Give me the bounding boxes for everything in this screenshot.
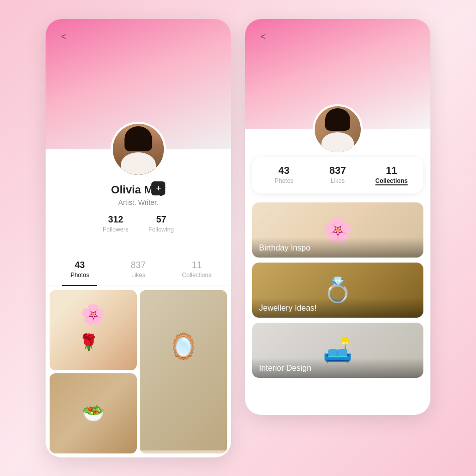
add-button[interactable]: + bbox=[151, 181, 165, 195]
collections-count: 11 bbox=[170, 260, 223, 271]
photo-flowers-bg bbox=[50, 290, 137, 370]
avatar-hair bbox=[125, 126, 152, 151]
followers-label: Followers bbox=[103, 226, 128, 233]
photo-food-bg bbox=[50, 373, 137, 453]
right-likes-label: Likes bbox=[311, 177, 364, 184]
back-button[interactable]: < bbox=[56, 29, 72, 45]
photo-cell-flowers[interactable] bbox=[50, 290, 137, 370]
collection-overlay-1: Birthday Inspo bbox=[252, 237, 423, 258]
photos-count: 43 bbox=[54, 260, 106, 271]
left-profile-card: < Olivia May + Artist. Writer. 312 Follo… bbox=[46, 19, 231, 457]
right-header-banner: < bbox=[245, 19, 430, 129]
collection-name-2: Jewellery Ideas! bbox=[259, 304, 416, 313]
profile-bio: Artist. Writer. bbox=[56, 198, 221, 206]
profile-header-banner: < bbox=[46, 19, 231, 149]
collections-label: Collections bbox=[170, 272, 223, 279]
name-row: Olivia May + bbox=[111, 183, 166, 198]
collection-interior-design[interactable]: 🛋️ Interior Design bbox=[252, 323, 423, 378]
right-avatar-container bbox=[313, 104, 363, 154]
right-likes-count: 837 bbox=[311, 165, 364, 176]
right-back-button[interactable]: < bbox=[255, 29, 271, 45]
collections-list: 🌸 Birthday Inspo 💍 Jewellery Ideas! 🛋️ I… bbox=[245, 198, 430, 382]
avatar-container bbox=[111, 122, 166, 177]
avatar bbox=[111, 122, 166, 177]
screens-container: < Olivia May + Artist. Writer. 312 Follo… bbox=[36, 9, 440, 467]
collection-name-1: Birthday Inspo bbox=[259, 244, 416, 253]
likes-label: Likes bbox=[112, 272, 165, 279]
avatar-face bbox=[113, 124, 164, 175]
collection-birthday-inspo[interactable]: 🌸 Birthday Inspo bbox=[252, 202, 423, 258]
right-likes-stat: 837 Likes bbox=[311, 165, 364, 185]
right-avatar bbox=[313, 104, 363, 154]
collection-overlay-2: Jewellery Ideas! bbox=[252, 298, 423, 318]
right-collections-count: 11 bbox=[365, 165, 418, 176]
right-collections-stat: 11 Collections bbox=[365, 165, 418, 185]
collection-overlay-3: Interior Design bbox=[252, 358, 423, 378]
photos-label: Photos bbox=[54, 272, 106, 279]
tab-photos[interactable]: 43 Photos bbox=[51, 253, 109, 286]
following-stat: 57 Following bbox=[148, 214, 174, 233]
right-collections-label: Collections bbox=[365, 177, 418, 184]
photo-mirror-bg bbox=[140, 290, 227, 450]
tab-likes[interactable]: 837 Likes bbox=[109, 253, 168, 286]
tab-collections[interactable]: 11 Collections bbox=[167, 253, 226, 286]
active-tab-underline bbox=[375, 184, 407, 185]
right-collections-card: < 43 Photos 837 Likes 11 Collections bbox=[245, 19, 430, 415]
followers-stat: 312 Followers bbox=[103, 214, 128, 233]
likes-count: 837 bbox=[112, 260, 165, 271]
following-count: 57 bbox=[148, 214, 174, 225]
followers-row: 312 Followers 57 Following bbox=[56, 214, 221, 233]
right-photos-stat: 43 Photos bbox=[257, 165, 311, 185]
right-photos-label: Photos bbox=[257, 177, 311, 184]
collection-jewellery-ideas[interactable]: 💍 Jewellery Ideas! bbox=[252, 263, 423, 318]
right-photos-count: 43 bbox=[257, 165, 311, 176]
stats-bar: 43 Photos 837 Likes 11 Collections bbox=[252, 157, 423, 193]
followers-count: 312 bbox=[103, 214, 128, 225]
following-label: Following bbox=[148, 226, 174, 233]
tabs: 43 Photos 837 Likes 11 Collections bbox=[46, 253, 231, 286]
photo-cell-mirror[interactable] bbox=[140, 290, 227, 453]
right-avatar-hair bbox=[325, 108, 350, 131]
photo-cell-food[interactable] bbox=[50, 373, 137, 453]
photo-grid bbox=[46, 286, 231, 457]
collection-name-3: Interior Design bbox=[259, 364, 416, 373]
